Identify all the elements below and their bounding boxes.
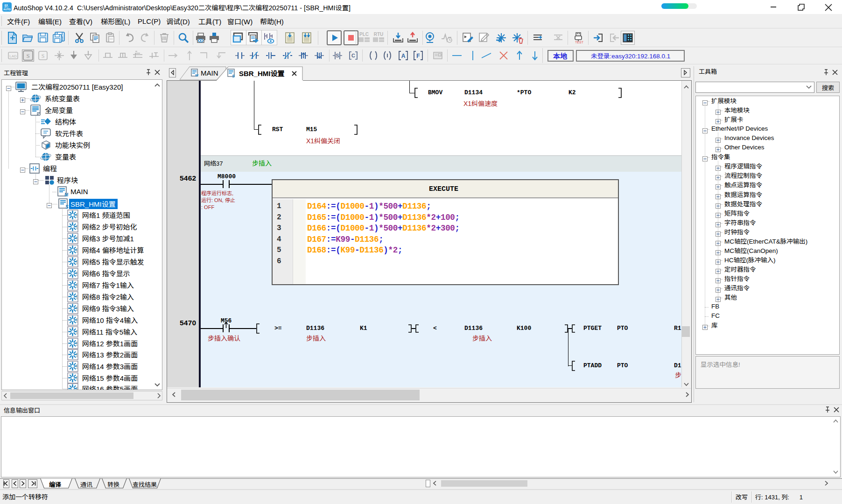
- svg-text:ST: ST: [579, 41, 584, 44]
- svg-text:F: F: [416, 53, 420, 59]
- svg-text:M: M: [195, 73, 198, 77]
- svg-text:S: S: [336, 53, 339, 58]
- svg-text:RTU: RTU: [374, 32, 384, 37]
- svg-text:LAD: LAD: [9, 54, 17, 58]
- svg-text:C: C: [351, 53, 355, 58]
- svg-text:M: M: [64, 192, 68, 197]
- svg-text:TE: TE: [575, 41, 579, 44]
- svg-text:AUTO: AUTO: [3, 8, 11, 11]
- svg-text:A: A: [401, 53, 406, 59]
- svg-text:S: S: [26, 52, 29, 59]
- svg-text:S: S: [65, 204, 69, 210]
- svg-text:S: S: [42, 53, 45, 59]
- svg-text:S: S: [232, 74, 235, 78]
- svg-text:PLC: PLC: [359, 32, 369, 37]
